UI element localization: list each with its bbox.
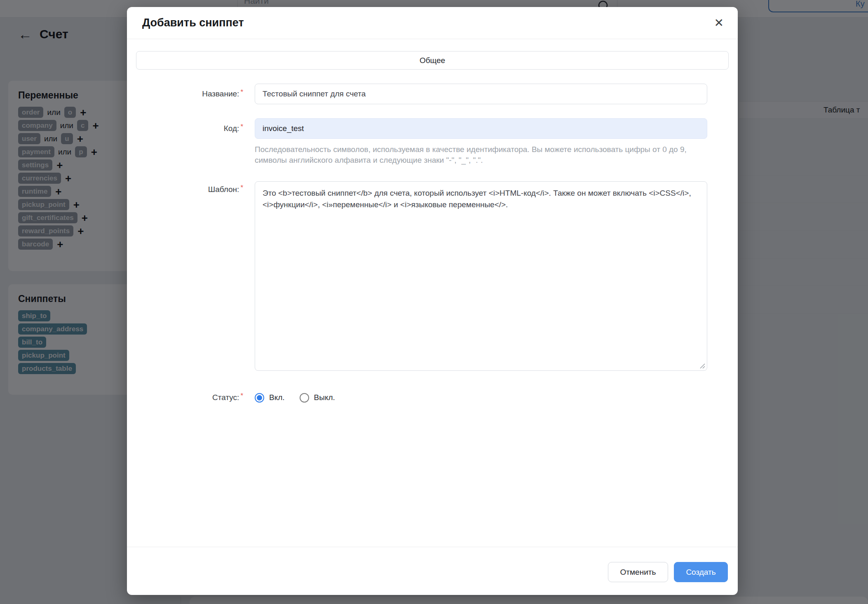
template-textarea[interactable]: Это <b>тестовый сниппет</b> для счета, к… [255, 181, 707, 371]
required-asterisk: * [240, 184, 243, 192]
radio-icon [255, 393, 264, 403]
code-label: Код: * [127, 118, 243, 139]
template-label-text: Шаблон: [208, 185, 239, 194]
add-snippet-modal: Добавить сниппет ✕ Общее Название: * Код… [127, 7, 738, 595]
status-radio-off[interactable]: Выкл. [300, 393, 335, 403]
radio-icon [300, 393, 309, 403]
close-icon[interactable]: ✕ [714, 17, 724, 29]
modal-title: Добавить сниппет [142, 16, 244, 29]
required-asterisk: * [240, 123, 243, 131]
status-radio-on[interactable]: Вкл. [255, 393, 285, 403]
template-label: Шаблон: * [127, 184, 243, 195]
code-label-text: Код: [224, 124, 239, 133]
tab-general[interactable]: Общее [136, 51, 729, 70]
create-button[interactable]: Создать [674, 562, 728, 582]
modal-footer: Отменить Создать [127, 547, 738, 595]
status-label: Статус: * [127, 390, 243, 405]
status-options: Вкл.Выкл. [255, 390, 335, 405]
required-asterisk: * [240, 88, 243, 96]
name-input[interactable] [255, 84, 707, 104]
modal-header: Добавить сниппет ✕ [127, 7, 738, 39]
name-label: Название: * [127, 84, 243, 104]
status-label-text: Статус: [212, 393, 239, 402]
status-radio-label: Выкл. [314, 393, 335, 402]
name-label-text: Название: [202, 89, 239, 98]
code-input[interactable] [255, 118, 707, 139]
cancel-button[interactable]: Отменить [608, 562, 668, 582]
status-radio-label: Вкл. [269, 393, 285, 402]
screen: Найти Ку ← Счет Переменные orderилиo+com… [0, 0, 868, 604]
code-hint: Последовательность символов, используема… [255, 144, 710, 166]
required-asterisk: * [240, 392, 243, 400]
